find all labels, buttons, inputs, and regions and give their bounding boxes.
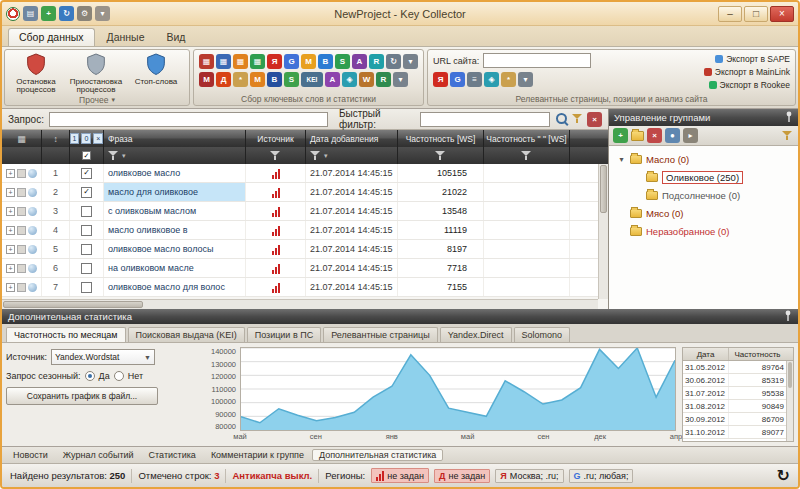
move-group-icon[interactable]: ▸ xyxy=(683,128,698,143)
filter-ws-cell[interactable] xyxy=(398,147,484,164)
qat-menu-icon[interactable]: ▾ xyxy=(95,6,110,21)
column-source[interactable]: Источник xyxy=(246,130,306,147)
mini-table-row[interactable]: 30.09.201286709 xyxy=(683,413,793,426)
clear-filter-icon[interactable]: × xyxy=(587,112,602,127)
phrase-cell[interactable]: с оливковым маслом xyxy=(104,202,246,220)
rookee-icon[interactable]: R xyxy=(369,54,384,69)
kei-icon[interactable]: KEI xyxy=(301,72,323,87)
scrollbar-thumb[interactable] xyxy=(600,165,607,213)
hint-icon[interactable] xyxy=(28,207,37,216)
add-group-icon[interactable]: + xyxy=(613,128,628,143)
tree-item[interactable]: ▾Масло (0) xyxy=(609,150,798,168)
stats-tab[interactable]: Yandex.Direct xyxy=(440,327,512,342)
tree-item[interactable]: Мясо (0) xyxy=(609,204,798,222)
export-sape-button[interactable]: Экспорт в SAPE xyxy=(704,54,790,64)
query-input[interactable] xyxy=(49,112,328,127)
check-positions-icon[interactable]: * xyxy=(501,72,516,87)
pin-icon[interactable] xyxy=(785,111,793,125)
note-icon[interactable] xyxy=(17,169,26,178)
tree-item[interactable]: Подсолнечное (0) xyxy=(609,186,798,204)
phrase-cell[interactable]: масло оливковое в xyxy=(104,221,246,239)
stop-words-button[interactable]: Стоп-слова xyxy=(126,51,186,95)
more-stats-icon[interactable]: ▾ xyxy=(393,72,408,87)
webmaster-icon[interactable]: W xyxy=(359,72,374,87)
seasonal-yes-radio[interactable] xyxy=(85,371,95,381)
filter-check-cell[interactable]: ✓ xyxy=(70,147,104,164)
bottom-tab[interactable]: Дополнительная статистика xyxy=(312,449,443,461)
mailru-icon[interactable]: M xyxy=(301,54,316,69)
scrollbar-thumb[interactable] xyxy=(3,301,143,308)
stats-tab[interactable]: Частотность по месяцам xyxy=(6,327,126,342)
mini-column-date[interactable]: Дата xyxy=(683,348,729,360)
column-phrase[interactable]: Фраза xyxy=(104,130,246,147)
anticaptcha-status[interactable]: Антикапча выкл. xyxy=(232,470,312,481)
phrase-cell[interactable]: оливковое масло для волос xyxy=(104,278,246,296)
direct-stat-icon[interactable]: ▦ xyxy=(216,54,231,69)
yandex-icon[interactable]: Я xyxy=(267,54,282,69)
region-badge[interactable]: не задан xyxy=(371,468,429,483)
filter-groups-icon[interactable] xyxy=(782,130,794,142)
bottom-tab[interactable]: Комментарии к группе xyxy=(204,449,311,461)
note-icon[interactable] xyxy=(17,245,26,254)
adwords-icon[interactable]: A xyxy=(352,54,367,69)
stats-tab[interactable]: Solomono xyxy=(514,327,571,342)
maximize-button[interactable]: □ xyxy=(744,6,768,22)
quick-filter-input[interactable] xyxy=(420,112,551,127)
mini-column-frequency[interactable]: Частотность xyxy=(729,348,793,360)
add-icon[interactable]: + xyxy=(41,6,56,21)
filter-date-cell[interactable]: ▾ xyxy=(306,147,398,164)
tree-item[interactable]: Оливковое (250) xyxy=(609,168,798,186)
note-icon[interactable] xyxy=(17,283,26,292)
hint-icon[interactable] xyxy=(28,245,37,254)
column-check-ops[interactable]: 1 0 × xyxy=(70,130,104,147)
hint-icon[interactable] xyxy=(28,226,37,235)
scrollbar-thumb[interactable] xyxy=(788,362,792,388)
row-checkbox[interactable] xyxy=(70,221,104,239)
filter-phrase-cell[interactable]: ▾ xyxy=(104,147,246,164)
vertical-scrollbar[interactable] xyxy=(598,164,608,299)
stats-tab[interactable]: Поисковая выдача (KEI) xyxy=(128,327,245,342)
seopult-icon[interactable]: S xyxy=(284,72,299,87)
grid-corner-button[interactable]: ▦ xyxy=(2,130,42,147)
update-sources-icon[interactable]: ↻ xyxy=(386,54,401,69)
bing-ads-icon[interactable]: B xyxy=(267,72,282,87)
rambler-stat-icon[interactable]: ▦ xyxy=(233,54,248,69)
hint-icon[interactable]: ● xyxy=(665,128,680,143)
minimize-button[interactable]: – xyxy=(718,6,742,22)
seasonal-no-radio[interactable] xyxy=(114,371,124,381)
bottom-tab[interactable]: Журнал событий xyxy=(56,449,141,461)
row-checkbox[interactable] xyxy=(70,259,104,277)
stats-tab[interactable]: Релевантные страницы xyxy=(323,327,438,342)
export-rookee-button[interactable]: Экспорт в Rookee xyxy=(704,80,790,90)
check-all-icon[interactable]: 1 xyxy=(70,133,79,144)
tree-item[interactable]: Неразобранное (0) xyxy=(609,222,798,240)
hand-collect-icon[interactable]: * xyxy=(233,72,248,87)
group-label-relevant[interactable]: Релевантные страницы, позиции и анализ с… xyxy=(429,93,794,104)
bing-icon[interactable]: B xyxy=(318,54,333,69)
hint-icon[interactable] xyxy=(28,283,37,292)
mini-table-row[interactable]: 30.06.201285319 xyxy=(683,374,793,387)
region-badge[interactable]: ЯМосква; .ru; xyxy=(495,469,563,483)
region-badge[interactable]: G.ru; любая; xyxy=(569,469,634,483)
mini-scrollbar[interactable] xyxy=(786,361,793,441)
group-label-collect[interactable]: Сбор ключевых слов и статистики xyxy=(195,93,422,104)
mini-table-row[interactable]: 31.07.201295538 xyxy=(683,387,793,400)
seo-icon[interactable]: S xyxy=(335,54,350,69)
app-icon[interactable] xyxy=(6,7,20,21)
note-icon[interactable] xyxy=(17,226,26,235)
save-icon[interactable]: ▤ xyxy=(23,6,38,21)
expand-icon[interactable]: + xyxy=(6,169,15,178)
pin-icon[interactable] xyxy=(784,310,792,324)
row-checkbox[interactable]: ✓ xyxy=(70,183,104,201)
mini-table-row[interactable]: 31.10.201289077 xyxy=(683,426,793,439)
list-icon[interactable]: ≡ xyxy=(467,72,482,87)
liveinternet-stat-icon[interactable]: ▦ xyxy=(250,54,265,69)
note-icon[interactable] xyxy=(17,188,26,197)
ribbon-tab[interactable]: Данные xyxy=(97,29,155,46)
column-ws-frequency[interactable]: Частотность [WS] xyxy=(398,130,484,147)
export-mainlink-button[interactable]: Экспорт в MainLink xyxy=(704,67,790,77)
table-row[interactable]: +7оливковое масло для волос21.07.2014 14… xyxy=(2,278,608,297)
filter-icon[interactable] xyxy=(572,113,584,125)
google-serp-icon[interactable]: G xyxy=(450,72,465,87)
analytics-icon[interactable]: А xyxy=(325,72,340,87)
